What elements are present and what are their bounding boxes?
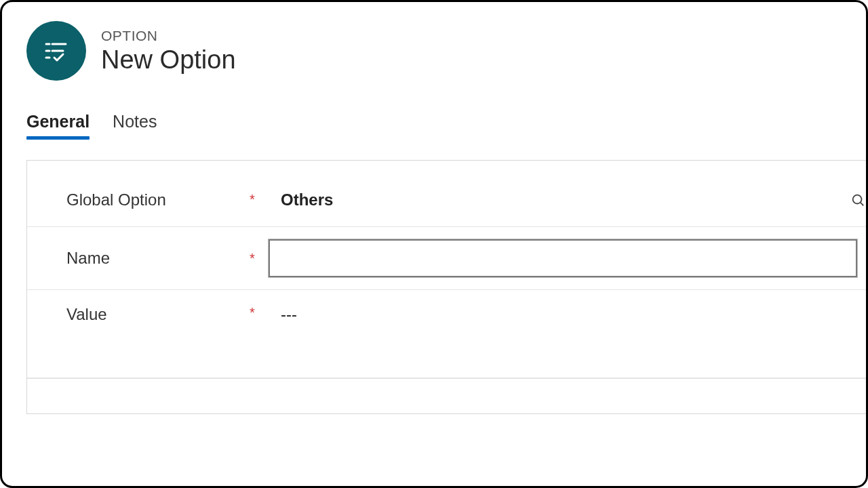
tab-notes[interactable]: Notes xyxy=(113,109,157,137)
tab-general[interactable]: General xyxy=(26,109,90,137)
entity-icon-badge xyxy=(26,21,86,81)
row-name: Name * xyxy=(27,227,866,290)
row-value: Value * --- xyxy=(27,290,866,378)
tab-bar: General Notes xyxy=(26,109,866,137)
general-panel: Global Option * Others Name * Value * --… xyxy=(26,160,866,414)
form-header: OPTION New Option xyxy=(26,21,866,109)
value-cell-name xyxy=(269,239,866,277)
required-marker: * xyxy=(250,192,269,207)
label-name: Name xyxy=(66,249,250,268)
required-marker: * xyxy=(250,305,269,321)
entity-type-label: OPTION xyxy=(101,28,236,44)
value-cell-global-option: Others xyxy=(269,190,866,209)
header-text: OPTION New Option xyxy=(101,28,236,75)
global-option-value[interactable]: Others xyxy=(269,190,333,209)
value-cell-value: --- xyxy=(269,305,866,324)
required-marker: * xyxy=(250,251,269,266)
value-field-display[interactable]: --- xyxy=(269,305,297,324)
list-check-icon xyxy=(43,37,70,64)
panel-footer xyxy=(27,378,866,413)
row-global-option: Global Option * Others xyxy=(27,173,866,227)
label-value: Value xyxy=(66,305,250,324)
lookup-icon[interactable] xyxy=(848,190,866,209)
name-input[interactable] xyxy=(269,239,857,277)
page-title: New Option xyxy=(101,45,236,75)
svg-line-6 xyxy=(861,202,864,205)
svg-point-5 xyxy=(853,195,862,203)
label-global-option: Global Option xyxy=(66,190,250,209)
